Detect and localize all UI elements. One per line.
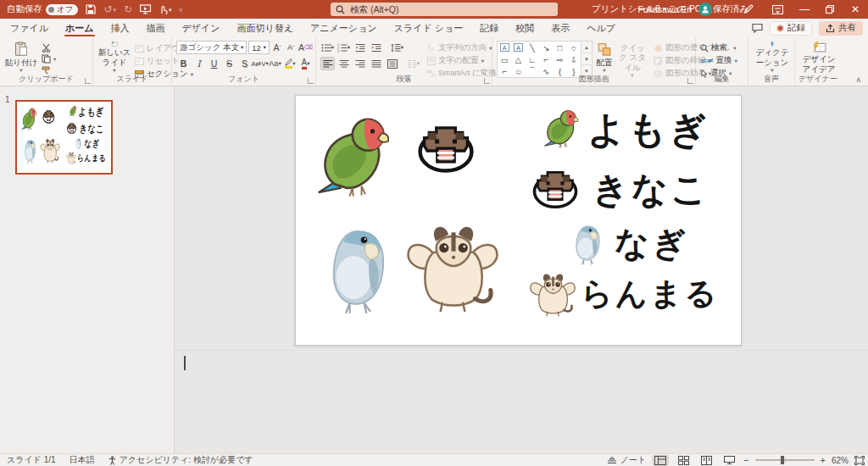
drawing-dialog-launcher[interactable] — [687, 78, 693, 84]
zoom-slider[interactable] — [755, 459, 815, 461]
ribbon-display-options-icon[interactable] — [763, 0, 792, 19]
clear-formatting-button[interactable]: A⌫ — [298, 41, 313, 54]
save-icon[interactable] — [86, 4, 96, 14]
dictation-button[interactable]: ディクテーション ▾ — [753, 41, 792, 74]
comments-icon[interactable] — [752, 23, 763, 33]
lovebird-illustration[interactable] — [309, 109, 401, 201]
notes-button[interactable]: ノート — [607, 454, 646, 466]
font-name-select[interactable]: 游ゴシック 本文▾ — [176, 41, 247, 54]
sticker-name-yomogi[interactable]: よもぎ — [587, 111, 709, 148]
shape-gallery[interactable]: A A ╲ ↘ □ ○ ▭ △ ∟ ⌐ ⇨ ⇩ ⌐ ☺ ⌒ ∿ { } — [497, 41, 581, 78]
decrease-indent-button[interactable] — [353, 41, 367, 54]
slide-indicator[interactable]: スライド 1/1 — [7, 454, 56, 466]
italic-button[interactable]: I — [192, 57, 206, 70]
paragraph-dialog-launcher[interactable] — [484, 78, 490, 84]
undo-icon[interactable]: ↺▾ — [103, 4, 116, 14]
slideshow-view-button[interactable] — [721, 455, 737, 466]
shape-gallery-down-button[interactable]: ▼ — [581, 53, 592, 65]
user-name[interactable]: Fukasawa Eri — [637, 4, 692, 14]
redo-icon[interactable]: ↻ — [124, 4, 132, 14]
zoom-slider-thumb[interactable] — [781, 456, 784, 464]
align-text-button[interactable]: 文字の配置▾ — [427, 55, 502, 66]
zoom-level[interactable]: 62% — [832, 456, 849, 465]
minimize-button[interactable]: — — [792, 0, 817, 19]
lovebird-small[interactable] — [540, 106, 584, 150]
numbering-button[interactable]: 123▾ — [337, 41, 351, 54]
shape-elbow-icon[interactable]: ∟ — [528, 55, 536, 64]
start-slideshow-icon[interactable] — [140, 4, 151, 14]
kinako-pixel-face[interactable] — [415, 121, 477, 174]
shape-gallery-up-button[interactable]: ▲ — [581, 42, 592, 53]
tab-view[interactable]: 表示 — [542, 19, 578, 37]
decrease-font-size-button[interactable]: Aˇ — [285, 41, 297, 54]
slide-sorter-view-button[interactable] — [675, 455, 692, 466]
search-input[interactable] — [350, 4, 553, 14]
bold-button[interactable]: B — [176, 57, 191, 70]
restore-button[interactable] — [817, 0, 843, 19]
align-right-button[interactable] — [353, 57, 367, 70]
shape-elbow-arrow-icon[interactable]: ⌐ — [543, 55, 548, 64]
highlight-color-button[interactable]: ▾ — [283, 57, 298, 70]
collapse-ribbon-icon[interactable]: ∧ — [855, 75, 861, 84]
columns-button[interactable]: ▾ — [406, 57, 420, 70]
arrange-button[interactable]: 配置 ▾ — [596, 41, 613, 74]
distribute-text-button[interactable] — [385, 57, 399, 70]
find-button[interactable]: 検索 — [700, 42, 737, 53]
touch-mode-icon[interactable]: ▾ — [159, 4, 172, 14]
copy-button[interactable]: ▾ — [42, 54, 56, 64]
shape-triangle-icon[interactable]: △ — [515, 55, 521, 64]
paste-button[interactable]: 貼り付け ▾ — [4, 41, 38, 74]
search-box[interactable] — [331, 3, 558, 16]
sticker-name-kinako[interactable]: きなこ — [593, 172, 709, 208]
autosave-toggle[interactable]: 自動保存 オフ — [7, 3, 78, 15]
increase-font-size-button[interactable]: Aˆ — [271, 41, 283, 54]
strikethrough-button[interactable]: S — [222, 57, 236, 70]
parrotlet-illustration[interactable] — [318, 219, 398, 323]
textbox-vertical-icon[interactable]: A — [514, 43, 523, 52]
zoom-out-button[interactable]: − — [743, 455, 748, 465]
shape-oval-icon[interactable]: ○ — [571, 43, 576, 53]
line-spacing-button[interactable]: ▾ — [390, 41, 404, 54]
tab-record[interactable]: 記録 — [471, 19, 507, 37]
new-slide-button[interactable]: 新しいスライド ▾ — [97, 41, 131, 74]
underline-button[interactable]: U — [207, 57, 221, 70]
slide-canvas[interactable]: よもぎ きなこ なぎ らんまる — [295, 95, 742, 346]
font-size-select[interactable]: 12▾ — [248, 41, 270, 54]
replace-button[interactable]: ab⇄ 置換▾ — [700, 55, 737, 66]
character-spacing-button[interactable]: A⇄V▾ — [253, 57, 267, 70]
design-ideas-button[interactable]: デザイン アイデア — [799, 41, 838, 74]
clipboard-dialog-launcher[interactable] — [85, 78, 91, 84]
tab-slideshow[interactable]: スライド ショー — [386, 19, 472, 37]
shape-rectangle-icon[interactable]: □ — [558, 43, 563, 53]
shape-down-arrow-icon[interactable]: ⇩ — [570, 55, 577, 64]
increase-indent-button[interactable] — [369, 41, 383, 54]
sticker-name-ranmaru[interactable]: らんまる — [581, 278, 719, 309]
shape-rounded-rect-icon[interactable]: ▭ — [501, 55, 509, 64]
font-color-button[interactable]: A▾ — [298, 57, 313, 70]
align-left-button[interactable] — [320, 57, 335, 70]
tab-draw[interactable]: 描画 — [138, 19, 174, 37]
tab-review[interactable]: 校閲 — [507, 19, 542, 37]
sticker-name-nagi[interactable]: なぎ — [615, 226, 689, 260]
language-indicator[interactable]: 日本語 — [70, 454, 95, 466]
zoom-in-button[interactable]: + — [821, 455, 826, 465]
parrotlet-small[interactable] — [569, 221, 606, 269]
kinako-pixel-face-small[interactable] — [530, 167, 581, 209]
shape-arrow-icon[interactable]: ↘ — [542, 43, 549, 53]
reading-view-button[interactable] — [698, 455, 715, 466]
share-button[interactable]: 共有 — [819, 21, 863, 36]
shape-line-icon[interactable]: ╲ — [530, 43, 535, 53]
fit-slide-to-window-button[interactable] — [854, 456, 865, 465]
sugar-glider-small[interactable] — [528, 270, 577, 318]
editing-mode-icon[interactable] — [734, 0, 763, 19]
tab-design[interactable]: デザイン — [174, 19, 229, 37]
align-center-button[interactable] — [337, 57, 351, 70]
text-direction-button[interactable]: A 文字列の方向▾ — [427, 42, 502, 53]
bullets-button[interactable]: ▾ — [320, 41, 335, 54]
record-button[interactable]: ◉ 記録 — [770, 21, 812, 36]
tab-file[interactable]: ファイル — [2, 19, 57, 37]
close-button[interactable]: ✕ — [843, 0, 868, 19]
justify-button[interactable] — [369, 57, 383, 70]
tab-home[interactable]: ホーム — [57, 19, 103, 37]
textbox-horizontal-icon[interactable]: A — [500, 43, 509, 52]
